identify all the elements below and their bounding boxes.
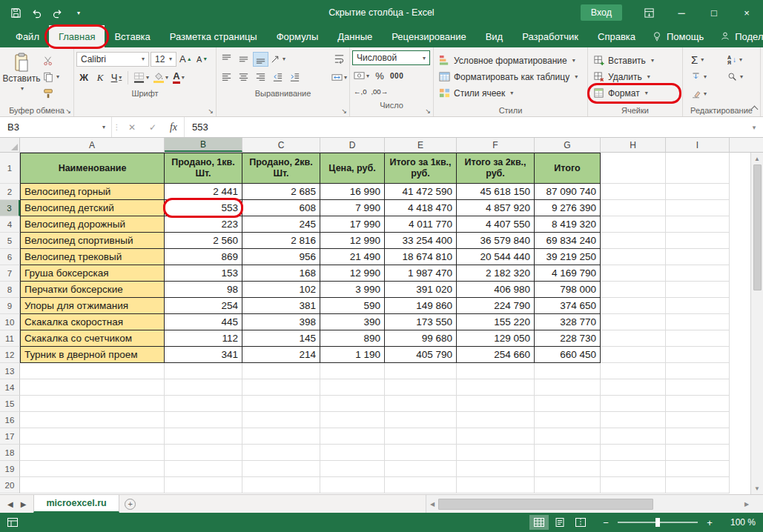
font-name-combo[interactable]: Calibri▾	[76, 52, 149, 67]
share-button[interactable]: Поделиться	[713, 31, 763, 42]
cell-G20[interactable]	[535, 477, 601, 493]
clipboard-dialog-launcher[interactable]: ↘	[65, 108, 71, 115]
align-top-button[interactable]	[219, 52, 234, 67]
cell-I4[interactable]	[666, 216, 730, 233]
cell-I7[interactable]	[666, 265, 730, 282]
page-layout-view-button[interactable]	[550, 515, 569, 530]
format-button[interactable]: Формат ▾	[590, 85, 680, 102]
cell-B16[interactable]	[165, 412, 242, 428]
borders-button[interactable]: ▾	[132, 70, 151, 85]
cell-G10[interactable]: 328 770	[535, 314, 601, 330]
next-sheet-icon[interactable]: ▶	[21, 500, 27, 508]
fill-color-button[interactable]: ▾	[152, 70, 170, 85]
cell-A1[interactable]: Наименование	[20, 153, 165, 184]
cell-F12[interactable]: 254 660	[457, 347, 535, 363]
cell-A10[interactable]: Скакалка скоростная	[20, 314, 165, 330]
cell-E19[interactable]	[385, 461, 457, 477]
cell-C1[interactable]: Продано, 2кв. Шт.	[242, 153, 320, 184]
cell-A8[interactable]: Перчатки боксерские	[20, 282, 165, 298]
cell-G11[interactable]: 228 730	[535, 330, 601, 347]
cell-B4[interactable]: 223	[165, 216, 242, 233]
cell-F2[interactable]: 45 618 150	[457, 184, 535, 200]
cell-G6[interactable]: 39 219 250	[535, 249, 601, 265]
row-header-4[interactable]: 4	[0, 216, 20, 233]
customize-qat-button[interactable]: ▾	[68, 3, 87, 22]
align-middle-button[interactable]	[236, 52, 251, 67]
cell-A3[interactable]: Велосипед детский	[20, 200, 165, 216]
cell-H19[interactable]	[601, 461, 666, 477]
maximize-button[interactable]: □	[698, 0, 730, 25]
tab-home[interactable]: Главная	[49, 25, 105, 47]
cell-I8[interactable]	[666, 282, 730, 298]
cell-A17[interactable]	[20, 428, 165, 445]
cell-H10[interactable]	[601, 314, 666, 330]
cell-B7[interactable]: 153	[165, 265, 242, 282]
cell-C12[interactable]: 214	[242, 347, 320, 363]
cell-A18[interactable]	[20, 445, 165, 461]
row-header-6[interactable]: 6	[0, 249, 20, 265]
cell-G9[interactable]: 374 650	[535, 298, 601, 314]
decrease-font-size-button[interactable]: А▼	[195, 52, 210, 67]
row-header-20[interactable]: 20	[0, 477, 20, 493]
cell-B3[interactable]: 553	[165, 200, 242, 216]
cell-G17[interactable]	[535, 428, 601, 445]
cell-C6[interactable]: 956	[242, 249, 320, 265]
cell-E2[interactable]: 41 472 590	[385, 184, 457, 200]
cell-E13[interactable]	[385, 363, 457, 379]
row-header-5[interactable]: 5	[0, 233, 20, 249]
cell-styles-button[interactable]: Стили ячеек ▾	[436, 85, 585, 102]
tell-me-button[interactable]: Помощь	[645, 31, 710, 42]
insert-cells-button[interactable]: Вставить ▾	[590, 53, 680, 69]
ribbon-display-options-button[interactable]	[632, 0, 665, 25]
cell-H6[interactable]	[601, 249, 666, 265]
cell-G14[interactable]	[535, 379, 601, 396]
cell-C5[interactable]: 2 816	[242, 233, 320, 249]
cell-H17[interactable]	[601, 428, 666, 445]
formula-input[interactable]: 553	[184, 117, 745, 137]
cell-D17[interactable]	[320, 428, 385, 445]
cancel-entry-button[interactable]: ✕	[122, 122, 142, 133]
orientation-button[interactable]: ▾	[270, 52, 285, 67]
cell-D9[interactable]: 590	[320, 298, 385, 314]
new-sheet-button[interactable]: +	[119, 495, 142, 513]
cell-C9[interactable]: 381	[242, 298, 320, 314]
cell-C11[interactable]: 145	[242, 330, 320, 347]
tab-view[interactable]: Вид	[476, 25, 513, 47]
row-header-14[interactable]: 14	[0, 379, 20, 396]
cell-H20[interactable]	[601, 477, 666, 493]
cell-E9[interactable]: 149 860	[385, 298, 457, 314]
cell-F19[interactable]	[457, 461, 535, 477]
row-header-18[interactable]: 18	[0, 445, 20, 461]
cell-H12[interactable]	[601, 347, 666, 363]
cell-F7[interactable]: 2 182 320	[457, 265, 535, 282]
cell-A4[interactable]: Велосипед дорожный	[20, 216, 165, 233]
cell-H3[interactable]	[601, 200, 666, 216]
zoom-slider[interactable]	[618, 522, 698, 523]
cell-B5[interactable]: 2 560	[165, 233, 242, 249]
wrap-text-button[interactable]	[331, 52, 347, 67]
cell-I6[interactable]	[666, 249, 730, 265]
cell-I14[interactable]	[666, 379, 730, 396]
cell-H5[interactable]	[601, 233, 666, 249]
cell-G19[interactable]	[535, 461, 601, 477]
row-header-17[interactable]: 17	[0, 428, 20, 445]
cell-A5[interactable]: Велосипед спортивный	[20, 233, 165, 249]
cell-A7[interactable]: Груша боксерская	[20, 265, 165, 282]
decrease-decimal-button[interactable]: ,00→	[369, 84, 389, 99]
cell-G3[interactable]: 9 276 390	[535, 200, 601, 216]
cell-B17[interactable]	[165, 428, 242, 445]
fill-button[interactable]: ▾	[685, 70, 721, 84]
sort-filter-button[interactable]: АЯ↓▾	[721, 53, 758, 67]
underline-button[interactable]: Ч▾	[109, 70, 124, 85]
column-header-C[interactable]: C	[242, 138, 320, 152]
column-header-F[interactable]: F	[457, 138, 535, 152]
cell-C8[interactable]: 102	[242, 282, 320, 298]
format-as-table-button[interactable]: Форматировать как таблицу ▾	[436, 69, 585, 85]
cell-G8[interactable]: 798 000	[535, 282, 601, 298]
format-painter-button[interactable]	[41, 86, 62, 100]
increase-indent-button[interactable]	[287, 70, 303, 85]
align-bottom-button[interactable]	[253, 52, 268, 67]
cell-H15[interactable]	[601, 396, 666, 412]
cell-I10[interactable]	[666, 314, 730, 330]
cell-I11[interactable]	[666, 330, 730, 347]
